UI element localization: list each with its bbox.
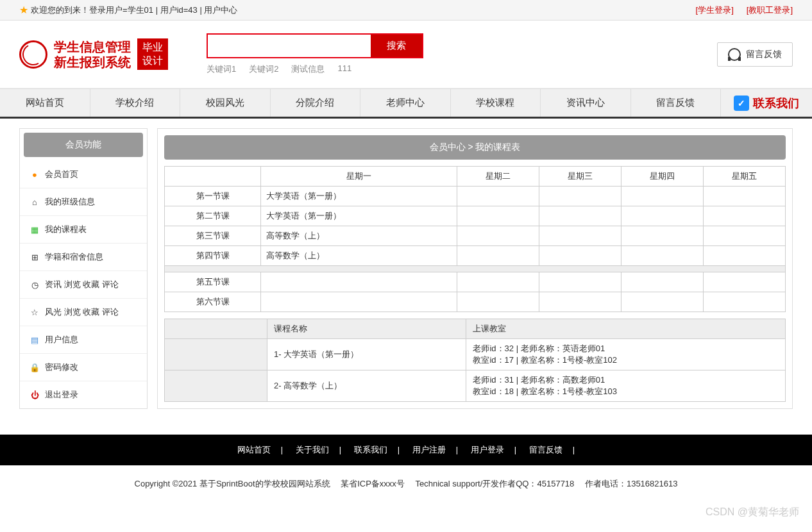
sidebar-item-0[interactable]: ●会员首页 [20, 161, 147, 188]
sidebar-item-label: 会员首页 [45, 169, 78, 180]
nav-news-center[interactable]: 资讯中心 [541, 89, 631, 117]
footer-link[interactable]: 联系我们 [349, 445, 393, 454]
table-row: 第四节课高等数学（上） [165, 246, 786, 266]
logo-section: 学生信息管理 新生报到系统 毕业 设计 [19, 38, 168, 71]
table-row: 第三节课高等数学（上） [165, 226, 786, 246]
top-bar-links: [学生登录] [教职工登录] [696, 4, 793, 16]
top-bar-welcome: ★ 欢迎您的到来！登录用户=学生01 | 用户id=43 | 用户中心 [19, 4, 237, 16]
footer-link[interactable]: 关于我们 [291, 445, 334, 454]
student-login-link[interactable]: [学生登录] [696, 4, 734, 16]
sidebar-item-label: 退出登录 [45, 389, 78, 401]
sidebar-item-4[interactable]: ◷资讯 浏览 收藏 评论 [20, 271, 147, 299]
period-name: 第四节课 [165, 246, 261, 266]
course-detail-cell: 老师id：32 | 老师名称：英语老师01教室id：17 | 教室名称：1号楼-… [466, 339, 786, 370]
logo-badge: 毕业 设计 [137, 38, 168, 71]
top-bar: ★ 欢迎您的到来！登录用户=学生01 | 用户id=43 | 用户中心 [学生登… [0, 0, 812, 21]
footer-link[interactable]: 用户注册 [407, 445, 451, 454]
sidebar-item-6[interactable]: ▤用户信息 [20, 326, 147, 354]
course-info-table: 课程名称 上课教室 1- 大学英语（第一册）老师id：32 | 老师名称：英语老… [164, 319, 786, 402]
content-area: 会员中心 > 我的课程表 星期一 星期二 星期三 星期四 星期五 第一节课大学英… [157, 128, 793, 409]
nav-bar: 网站首页 学校介绍 校园风光 分院介绍 老师中心 学校课程 资讯中心 留言反馈 … [0, 88, 812, 119]
sidebar-item-5[interactable]: ☆风光 浏览 收藏 评论 [20, 299, 147, 326]
sidebar-item-7[interactable]: 🔒密码修改 [20, 354, 147, 381]
nav-branch-intro[interactable]: 分院介绍 [271, 89, 361, 117]
nav-feedback[interactable]: 留言反馈 [631, 89, 722, 117]
nav-teacher-center[interactable]: 老师中心 [360, 89, 451, 117]
badge-line-1: 毕业 [142, 41, 163, 54]
search-keywords: 关键词1 关键词2 测试信息 111 [207, 63, 423, 75]
star-icon: ★ [19, 4, 28, 16]
sidebar-icon: ▤ [30, 335, 40, 345]
sidebar-icon: ● [30, 169, 40, 179]
header: 学生信息管理 新生报到系统 毕业 设计 搜索 关键词1 关键词2 测试信息 11… [0, 21, 812, 88]
logo-text: 学生信息管理 新生报到系统 [54, 39, 131, 70]
sidebar-item-3[interactable]: ⊞学籍和宿舍信息 [20, 244, 147, 271]
schedule-table: 星期一 星期二 星期三 星期四 星期五 第一节课大学英语（第一册）第二节课大学英… [164, 166, 786, 312]
sidebar-item-label: 我的课程表 [45, 224, 87, 235]
keyword-link[interactable]: 111 [337, 63, 351, 75]
sidebar-icon: ⊞ [30, 252, 40, 262]
th-empty [165, 167, 261, 187]
staff-login-link[interactable]: [教职工登录] [747, 4, 793, 16]
feedback-button[interactable]: 留言反馈 [717, 42, 793, 67]
indent-cell [165, 319, 267, 339]
course-name-cell: 1- 大学英语（第一册） [267, 339, 466, 370]
search-button[interactable]: 搜索 [371, 35, 422, 57]
table-row: 第二节课大学英语（第一册） [165, 206, 786, 226]
search-section: 搜索 关键词1 关键词2 测试信息 111 [207, 33, 423, 75]
content-breadcrumb: 会员中心 > 我的课程表 [164, 135, 786, 160]
sidebar-icon: 🔒 [30, 362, 40, 372]
sidebar-icon: ▦ [30, 224, 40, 235]
nav-campus-scenery[interactable]: 校园风光 [180, 89, 271, 117]
cell-mon: 高等数学（上） [261, 246, 457, 266]
footer-link[interactable]: 留言反馈 [524, 445, 568, 454]
sidebar-icon: ⌂ [30, 197, 40, 207]
keyword-link[interactable]: 关键词1 [207, 63, 236, 75]
nav-contact-label: 联系我们 [753, 96, 799, 111]
th-thu: 星期四 [622, 167, 704, 187]
keyword-link[interactable]: 关键词2 [249, 63, 278, 75]
period-name: 第一节课 [165, 187, 261, 206]
nav-school-intro[interactable]: 学校介绍 [90, 89, 181, 117]
th-tue: 星期二 [457, 167, 539, 187]
table-row: 第五节课 [165, 272, 786, 292]
course-name-cell: 2- 高等数学（上） [267, 370, 466, 402]
course-row: 1- 大学英语（第一册）老师id：32 | 老师名称：英语老师01教室id：17… [165, 339, 786, 370]
check-icon: ✓ [734, 96, 749, 111]
cell-mon: 高等数学（上） [261, 226, 457, 246]
badge-line-2: 设计 [142, 54, 163, 68]
sidebar-item-1[interactable]: ⌂我的班级信息 [20, 188, 147, 216]
nav-school-courses[interactable]: 学校课程 [451, 89, 541, 117]
course-name-header: 课程名称 [267, 319, 466, 339]
nav-home[interactable]: 网站首页 [0, 89, 90, 117]
footer-link[interactable]: 用户登录 [466, 445, 509, 454]
sidebar-icon: ☆ [30, 307, 40, 317]
period-name: 第三节课 [165, 226, 261, 246]
sidebar-item-2[interactable]: ▦我的课程表 [20, 216, 147, 244]
cell-mon: 大学英语（第一册） [261, 187, 457, 206]
logo-icon [19, 40, 47, 69]
main-content: 会员功能 ●会员首页⌂我的班级信息▦我的课程表⊞学籍和宿舍信息◷资讯 浏览 收藏… [0, 119, 812, 419]
sidebar-header: 会员功能 [24, 133, 143, 157]
headset-icon [728, 48, 741, 61]
nav-contact[interactable]: ✓ 联系我们 [721, 89, 812, 117]
course-room-header: 上课教室 [466, 319, 786, 339]
sidebar-item-label: 用户信息 [45, 334, 78, 345]
logo-line-1: 学生信息管理 [54, 39, 131, 54]
course-detail-cell: 老师id：31 | 老师名称：高数老师01教室id：18 | 教室名称：1号楼-… [466, 370, 786, 402]
table-row: 第一节课大学英语（第一册） [165, 187, 786, 206]
sidebar-item-label: 学籍和宿舍信息 [45, 251, 103, 263]
keyword-link[interactable]: 测试信息 [291, 63, 325, 75]
search-input[interactable] [208, 35, 371, 57]
sidebar-icon: ⏻ [30, 390, 40, 400]
sidebar-icon: ◷ [30, 279, 40, 290]
copyright: Copyright ©2021 基于SprintBoot的学校校园网站系统 某省… [0, 465, 812, 503]
footer-nav: 网站首页| 关于我们| 联系我们| 用户注册| 用户登录| 留言反馈| [0, 435, 812, 465]
cell-mon: 大学英语（第一册） [261, 206, 457, 226]
sidebar-item-label: 资讯 浏览 收藏 评论 [45, 279, 119, 290]
footer-link[interactable]: 网站首页 [232, 445, 276, 454]
sidebar: 会员功能 ●会员首页⌂我的班级信息▦我的课程表⊞学籍和宿舍信息◷资讯 浏览 收藏… [19, 128, 148, 409]
logo-line-2: 新生报到系统 [54, 54, 131, 70]
sidebar-item-8[interactable]: ⏻退出登录 [20, 381, 147, 408]
table-row: 第六节课 [165, 292, 786, 312]
